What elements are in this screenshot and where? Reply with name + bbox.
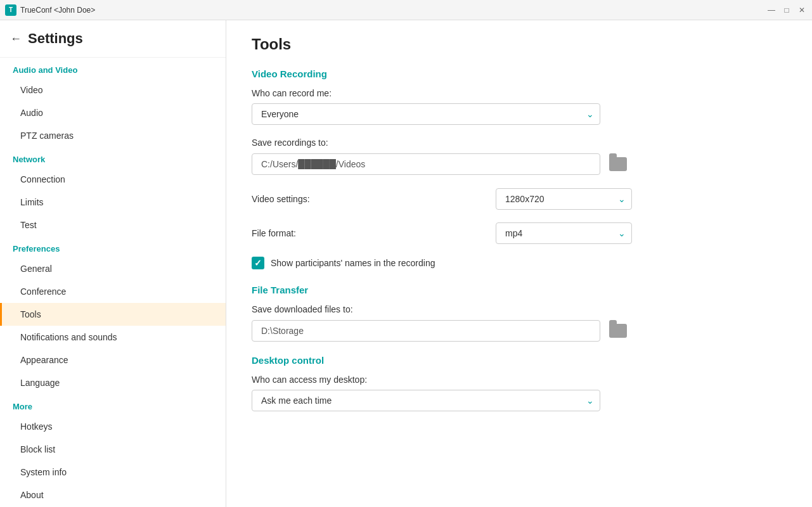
sidebar-item-language[interactable]: Language bbox=[0, 371, 226, 394]
show-names-row: Show participants' names in the recordin… bbox=[252, 257, 787, 269]
sidebar-item-notifications-sounds[interactable]: Notifications and sounds bbox=[0, 326, 226, 349]
sidebar-item-general[interactable]: General bbox=[0, 257, 226, 280]
save-recordings-group: Save recordings to: bbox=[252, 138, 787, 176]
section-header-audio-video: Audio and Video bbox=[0, 58, 226, 79]
sidebar-item-ptz-cameras[interactable]: PTZ cameras bbox=[0, 124, 226, 147]
who-can-access-label: Who can access my desktop: bbox=[252, 375, 787, 385]
video-settings-label: Video settings: bbox=[252, 194, 310, 204]
video-settings-select[interactable]: 1280x720 1920x1080 854x480 640x360 bbox=[496, 188, 632, 210]
sidebar-item-hotkeys[interactable]: Hotkeys bbox=[0, 415, 226, 438]
sidebar-item-test[interactable]: Test bbox=[0, 214, 226, 236]
titlebar: T TrueConf <John Doe> — □ ✕ bbox=[0, 0, 812, 20]
sidebar-item-about[interactable]: About bbox=[0, 484, 226, 506]
section-header-network: Network bbox=[0, 147, 226, 168]
section-header-preferences: Preferences bbox=[0, 236, 226, 257]
main-content: Tools Video Recording Who can record me:… bbox=[226, 20, 812, 507]
save-downloaded-path-row bbox=[252, 319, 787, 342]
video-settings-group: Video settings: 1280x720 1920x1080 854x4… bbox=[252, 188, 787, 210]
who-can-access-wrapper: Ask me each time Nobody Everyone Contact… bbox=[252, 390, 600, 411]
file-format-wrapper: mp4 avi mkv ⌄ bbox=[496, 222, 632, 244]
close-button[interactable]: ✕ bbox=[797, 5, 807, 15]
maximize-button[interactable]: □ bbox=[782, 5, 792, 15]
app-body: ← Settings Audio and Video Video Audio P… bbox=[0, 20, 812, 507]
who-can-access-select[interactable]: Ask me each time Nobody Everyone Contact… bbox=[252, 390, 600, 411]
back-button[interactable]: ← bbox=[10, 33, 22, 44]
sidebar-item-tools[interactable]: Tools bbox=[0, 303, 226, 326]
app-title: TrueConf <John Doe> bbox=[20, 6, 95, 15]
section-header-more: More bbox=[0, 394, 226, 415]
folder-icon bbox=[609, 157, 627, 171]
sidebar-item-video[interactable]: Video bbox=[0, 79, 226, 101]
section-title-file-transfer: File Transfer bbox=[252, 285, 787, 295]
titlebar-left: T TrueConf <John Doe> bbox=[5, 4, 95, 16]
file-format-row: File format: mp4 avi mkv ⌄ bbox=[252, 222, 632, 244]
save-recordings-folder-button[interactable] bbox=[607, 153, 629, 176]
save-downloaded-input[interactable] bbox=[252, 320, 600, 342]
show-names-label: Show participants' names in the recordin… bbox=[271, 258, 435, 268]
sidebar-item-system-info[interactable]: System info bbox=[0, 461, 226, 484]
who-can-record-wrapper: Everyone Nobody Contacts only ⌄ bbox=[252, 103, 600, 125]
page-title: Tools bbox=[252, 35, 787, 53]
sidebar-item-limits[interactable]: Limits bbox=[0, 191, 226, 214]
who-can-access-group: Who can access my desktop: Ask me each t… bbox=[252, 375, 787, 411]
sidebar-title: Settings bbox=[28, 30, 83, 47]
sidebar-item-connection[interactable]: Connection bbox=[0, 168, 226, 191]
video-settings-wrapper: 1280x720 1920x1080 854x480 640x360 ⌄ bbox=[496, 188, 632, 210]
save-recordings-path-row bbox=[252, 153, 787, 176]
section-title-video-recording: Video Recording bbox=[252, 68, 787, 79]
sidebar-header: ← Settings bbox=[0, 20, 226, 58]
sidebar-item-appearance[interactable]: Appearance bbox=[0, 349, 226, 371]
save-recordings-label: Save recordings to: bbox=[252, 138, 787, 148]
who-can-record-group: Who can record me: Everyone Nobody Conta… bbox=[252, 88, 787, 125]
who-can-record-label: Who can record me: bbox=[252, 88, 787, 98]
section-title-desktop-control: Desktop control bbox=[252, 355, 787, 366]
who-can-record-select[interactable]: Everyone Nobody Contacts only bbox=[252, 103, 600, 125]
folder-icon-2 bbox=[609, 324, 627, 338]
file-format-group: File format: mp4 avi mkv ⌄ bbox=[252, 222, 787, 244]
save-downloaded-label: Save downloaded files to: bbox=[252, 304, 787, 314]
app-icon: T bbox=[5, 4, 16, 16]
minimize-button[interactable]: — bbox=[766, 5, 777, 15]
video-settings-row: Video settings: 1280x720 1920x1080 854x4… bbox=[252, 188, 632, 210]
titlebar-controls: — □ ✕ bbox=[766, 5, 807, 15]
file-format-select[interactable]: mp4 avi mkv bbox=[496, 222, 632, 244]
sidebar-item-block-list[interactable]: Block list bbox=[0, 438, 226, 461]
sidebar-item-conference[interactable]: Conference bbox=[0, 280, 226, 303]
save-recordings-input[interactable] bbox=[252, 153, 600, 175]
show-names-checkbox[interactable] bbox=[252, 257, 264, 269]
sidebar: ← Settings Audio and Video Video Audio P… bbox=[0, 20, 226, 507]
file-format-label: File format: bbox=[252, 228, 296, 238]
sidebar-item-audio[interactable]: Audio bbox=[0, 101, 226, 124]
save-downloaded-folder-button[interactable] bbox=[607, 319, 629, 342]
save-downloaded-group: Save downloaded files to: bbox=[252, 304, 787, 342]
